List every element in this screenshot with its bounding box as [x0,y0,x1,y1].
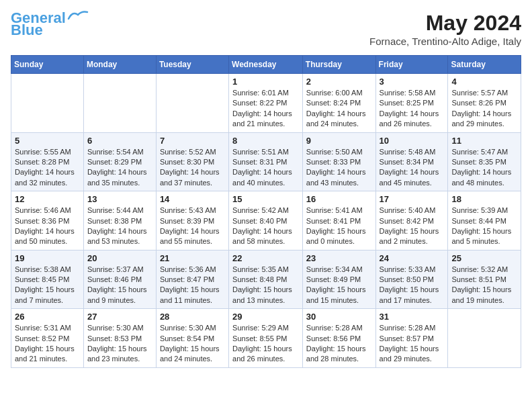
day-info: Sunrise: 5:39 AM Sunset: 8:44 PM Dayligh… [451,205,517,247]
day-info: Sunrise: 5:42 AM Sunset: 8:40 PM Dayligh… [232,205,299,247]
day-number: 25 [451,253,517,263]
calendar-cell [11,74,84,133]
calendar-cell: 9Sunrise: 5:50 AM Sunset: 8:33 PM Daylig… [302,132,375,191]
day-number: 26 [15,312,80,322]
day-number: 4 [451,77,517,87]
calendar-week-row: 12Sunrise: 5:46 AM Sunset: 8:36 PM Dayli… [11,191,521,250]
day-info: Sunrise: 5:55 AM Sunset: 8:28 PM Dayligh… [15,147,80,189]
calendar-cell: 28Sunrise: 5:30 AM Sunset: 8:54 PM Dayli… [156,309,228,368]
day-info: Sunrise: 5:54 AM Sunset: 8:29 PM Dayligh… [87,147,152,189]
day-number: 6 [87,136,152,146]
calendar-cell: 21Sunrise: 5:36 AM Sunset: 8:47 PM Dayli… [156,250,228,309]
day-info: Sunrise: 5:57 AM Sunset: 8:26 PM Dayligh… [451,88,517,130]
day-number: 31 [380,312,445,322]
day-number: 30 [306,312,372,322]
weekday-header: Saturday [448,56,521,74]
day-number: 7 [160,136,225,146]
calendar-cell: 18Sunrise: 5:39 AM Sunset: 8:44 PM Dayli… [448,191,521,250]
calendar-cell: 26Sunrise: 5:31 AM Sunset: 8:52 PM Dayli… [11,309,84,368]
logo-bird-icon [67,9,89,24]
calendar-cell: 12Sunrise: 5:46 AM Sunset: 8:36 PM Dayli… [11,191,84,250]
day-info: Sunrise: 6:00 AM Sunset: 8:24 PM Dayligh… [306,88,372,130]
weekday-header: Sunday [11,56,84,74]
day-number: 27 [87,312,152,322]
calendar-cell [156,74,228,133]
calendar-cell: 24Sunrise: 5:33 AM Sunset: 8:50 PM Dayli… [375,250,448,309]
calendar-cell: 20Sunrise: 5:37 AM Sunset: 8:46 PM Dayli… [83,250,156,309]
day-info: Sunrise: 5:30 AM Sunset: 8:53 PM Dayligh… [87,323,152,365]
day-info: Sunrise: 5:30 AM Sunset: 8:54 PM Dayligh… [160,323,225,365]
day-number: 19 [15,253,80,263]
day-info: Sunrise: 5:37 AM Sunset: 8:46 PM Dayligh… [87,265,152,306]
calendar-cell: 6Sunrise: 5:54 AM Sunset: 8:29 PM Daylig… [83,132,156,191]
calendar-cell: 8Sunrise: 5:51 AM Sunset: 8:31 PM Daylig… [229,132,303,191]
day-number: 18 [451,194,517,204]
day-info: Sunrise: 5:28 AM Sunset: 8:57 PM Dayligh… [380,323,445,365]
day-info: Sunrise: 5:41 AM Sunset: 8:41 PM Dayligh… [306,205,372,247]
day-number: 5 [15,136,80,146]
logo: General Blue [11,11,89,38]
day-number: 1 [232,77,299,87]
day-info: Sunrise: 5:32 AM Sunset: 8:51 PM Dayligh… [451,265,517,306]
calendar-week-row: 5Sunrise: 5:55 AM Sunset: 8:28 PM Daylig… [11,132,521,191]
location: Fornace, Trentino-Alto Adige, Italy [369,36,521,47]
calendar-cell: 23Sunrise: 5:34 AM Sunset: 8:49 PM Dayli… [302,250,375,309]
calendar-cell: 30Sunrise: 5:28 AM Sunset: 8:56 PM Dayli… [302,309,375,368]
day-number: 20 [87,253,152,263]
weekday-header: Wednesday [229,56,303,74]
day-number: 23 [306,253,372,263]
day-number: 29 [232,312,299,322]
day-info: Sunrise: 5:44 AM Sunset: 8:38 PM Dayligh… [87,205,152,247]
title-block: May 2024 Fornace, Trentino-Alto Adige, I… [369,11,521,47]
day-info: Sunrise: 5:40 AM Sunset: 8:42 PM Dayligh… [380,205,445,247]
page-header: General Blue May 2024 Fornace, Trentino-… [11,11,521,47]
day-info: Sunrise: 5:33 AM Sunset: 8:50 PM Dayligh… [380,265,445,306]
day-number: 11 [451,136,517,146]
calendar-cell: 22Sunrise: 5:35 AM Sunset: 8:48 PM Dayli… [229,250,303,309]
weekday-header: Tuesday [156,56,228,74]
day-info: Sunrise: 6:01 AM Sunset: 8:22 PM Dayligh… [232,88,299,130]
weekday-header: Thursday [302,56,375,74]
day-number: 13 [87,194,152,204]
day-info: Sunrise: 5:38 AM Sunset: 8:45 PM Dayligh… [15,265,80,306]
day-info: Sunrise: 5:46 AM Sunset: 8:36 PM Dayligh… [15,205,80,247]
day-info: Sunrise: 5:50 AM Sunset: 8:33 PM Dayligh… [306,147,372,189]
day-number: 28 [160,312,225,322]
day-info: Sunrise: 5:47 AM Sunset: 8:35 PM Dayligh… [451,147,517,189]
calendar-cell: 31Sunrise: 5:28 AM Sunset: 8:57 PM Dayli… [375,309,448,368]
calendar-cell: 16Sunrise: 5:41 AM Sunset: 8:41 PM Dayli… [302,191,375,250]
calendar-cell: 27Sunrise: 5:30 AM Sunset: 8:53 PM Dayli… [83,309,156,368]
day-info: Sunrise: 5:29 AM Sunset: 8:55 PM Dayligh… [232,323,299,365]
calendar-cell: 4Sunrise: 5:57 AM Sunset: 8:26 PM Daylig… [448,74,521,133]
day-info: Sunrise: 5:28 AM Sunset: 8:56 PM Dayligh… [306,323,372,365]
month-title: May 2024 [369,11,521,36]
day-number: 16 [306,194,372,204]
day-info: Sunrise: 5:36 AM Sunset: 8:47 PM Dayligh… [160,265,225,306]
weekday-header: Friday [375,56,448,74]
calendar-week-row: 26Sunrise: 5:31 AM Sunset: 8:52 PM Dayli… [11,309,521,368]
day-number: 22 [232,253,299,263]
calendar-cell: 14Sunrise: 5:43 AM Sunset: 8:39 PM Dayli… [156,191,228,250]
calendar-cell: 11Sunrise: 5:47 AM Sunset: 8:35 PM Dayli… [448,132,521,191]
day-number: 8 [232,136,299,146]
day-info: Sunrise: 5:52 AM Sunset: 8:30 PM Dayligh… [160,147,225,189]
calendar-week-row: 19Sunrise: 5:38 AM Sunset: 8:45 PM Dayli… [11,250,521,309]
calendar-cell: 5Sunrise: 5:55 AM Sunset: 8:28 PM Daylig… [11,132,84,191]
calendar-cell: 17Sunrise: 5:40 AM Sunset: 8:42 PM Dayli… [375,191,448,250]
calendar-cell [83,74,156,133]
day-number: 24 [380,253,445,263]
calendar-cell: 19Sunrise: 5:38 AM Sunset: 8:45 PM Dayli… [11,250,84,309]
day-info: Sunrise: 5:34 AM Sunset: 8:49 PM Dayligh… [306,265,372,306]
day-number: 10 [380,136,445,146]
day-number: 3 [380,77,445,87]
calendar-cell: 13Sunrise: 5:44 AM Sunset: 8:38 PM Dayli… [83,191,156,250]
day-info: Sunrise: 5:35 AM Sunset: 8:48 PM Dayligh… [232,265,299,306]
calendar-cell: 25Sunrise: 5:32 AM Sunset: 8:51 PM Dayli… [448,250,521,309]
calendar-cell: 15Sunrise: 5:42 AM Sunset: 8:40 PM Dayli… [229,191,303,250]
calendar-cell [448,309,521,368]
logo-text-blue: Blue [11,23,43,38]
day-info: Sunrise: 5:43 AM Sunset: 8:39 PM Dayligh… [160,205,225,247]
day-info: Sunrise: 5:58 AM Sunset: 8:25 PM Dayligh… [380,88,445,130]
calendar-week-row: 1Sunrise: 6:01 AM Sunset: 8:22 PM Daylig… [11,74,521,133]
day-number: 9 [306,136,372,146]
